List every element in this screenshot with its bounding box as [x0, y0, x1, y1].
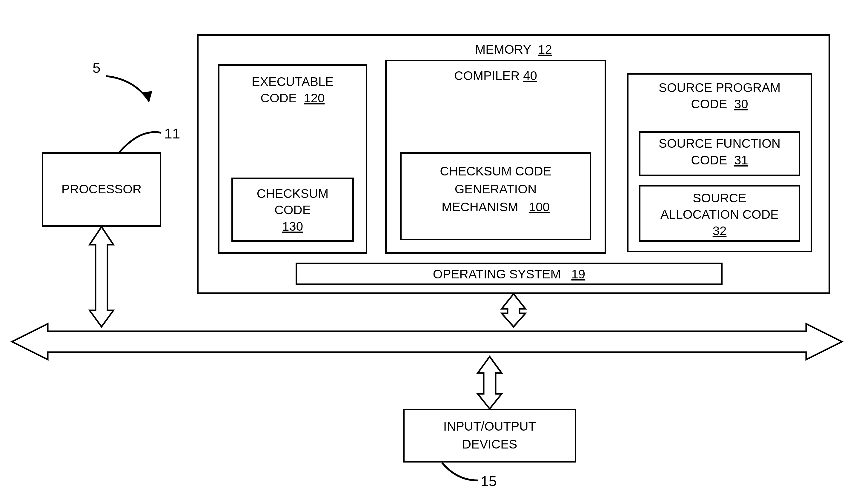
exec-code-text: CODE	[261, 91, 297, 105]
sac-line2: ALLOCATION CODE	[641, 208, 799, 222]
ref-11-label: 11	[164, 125, 180, 142]
diagram-stage: 5 11 15 PROCESSOR MEMORY 12 EXECUTABLE C…	[0, 0, 859, 504]
spc-code-text: CODE	[691, 97, 727, 111]
io-line2: DEVICES	[405, 437, 575, 452]
ccgm-line2: GENERATION	[402, 182, 590, 196]
sfc-code-text: CODE	[691, 153, 727, 167]
memory-num: 12	[538, 42, 552, 57]
spc-num: 30	[734, 97, 748, 111]
memory-bus-arrow	[502, 294, 526, 327]
ref5-arrow-head	[142, 91, 152, 102]
ref-15-label: 15	[481, 473, 497, 489]
compiler-label-text: COMPILER	[454, 68, 519, 83]
sac-line3: 32	[641, 224, 799, 238]
checksum-code-box: CHECKSUM CODE 130	[231, 178, 354, 242]
spc-line1: SOURCE PROGRAM	[629, 80, 811, 95]
checksum-line2: CODE	[233, 203, 352, 217]
memory-label-text: MEMORY	[475, 42, 531, 57]
spc-line2: CODE 30	[629, 97, 811, 111]
sac-line1: SOURCE	[641, 191, 799, 205]
local-interface-label: LOCAL INTERFACE 13	[600, 333, 736, 347]
os-title: OPERATING SYSTEM 19	[297, 267, 721, 281]
exec-line1: EXECUTABLE	[220, 75, 366, 89]
exec-line2: CODE 120	[220, 91, 366, 105]
ccgm-line1: CHECKSUM CODE	[402, 164, 590, 179]
sfc-line2: CODE 31	[641, 153, 799, 167]
exec-num: 120	[304, 91, 325, 105]
memory-title: MEMORY 12	[198, 42, 829, 57]
ref15-leader	[442, 462, 478, 480]
ref-5-label: 5	[93, 60, 101, 76]
sfc-line1: SOURCE FUNCTION	[641, 136, 799, 151]
compiler-num: 40	[523, 68, 537, 83]
sfc-num: 31	[734, 153, 748, 167]
operating-system-box: OPERATING SYSTEM 19	[296, 263, 723, 285]
source-function-code-box: SOURCE FUNCTION CODE 31	[639, 131, 800, 176]
processor-label: PROCESSOR	[43, 182, 160, 196]
processor-bus-arrow	[90, 227, 114, 327]
io-line1: INPUT/OUTPUT	[405, 419, 575, 433]
compiler-title: COMPILER 40	[387, 68, 605, 83]
processor-box: PROCESSOR	[42, 152, 161, 227]
ccgm-num: 100	[529, 200, 550, 214]
ref11-leader	[119, 132, 161, 152]
ccgm-line3: MECHANISM 100	[402, 200, 590, 214]
os-num: 19	[571, 267, 585, 281]
source-allocation-code-box: SOURCE ALLOCATION CODE 32	[639, 185, 800, 242]
checksum-line3: 130	[233, 219, 352, 234]
ccgm-mechanism-text: MECHANISM	[441, 200, 518, 214]
os-label-text: OPERATING SYSTEM	[433, 267, 561, 281]
ccgm-box: CHECKSUM CODE GENERATION MECHANISM 100	[400, 152, 591, 240]
bus-io-arrow	[478, 356, 502, 409]
local-iface-text: LOCAL INTERFACE	[600, 333, 715, 347]
local-iface-num: 13	[722, 333, 736, 347]
ref5-arrow-line	[106, 76, 149, 102]
checksum-line1: CHECKSUM	[233, 186, 352, 201]
io-devices-box: INPUT/OUTPUT DEVICES	[403, 409, 576, 462]
